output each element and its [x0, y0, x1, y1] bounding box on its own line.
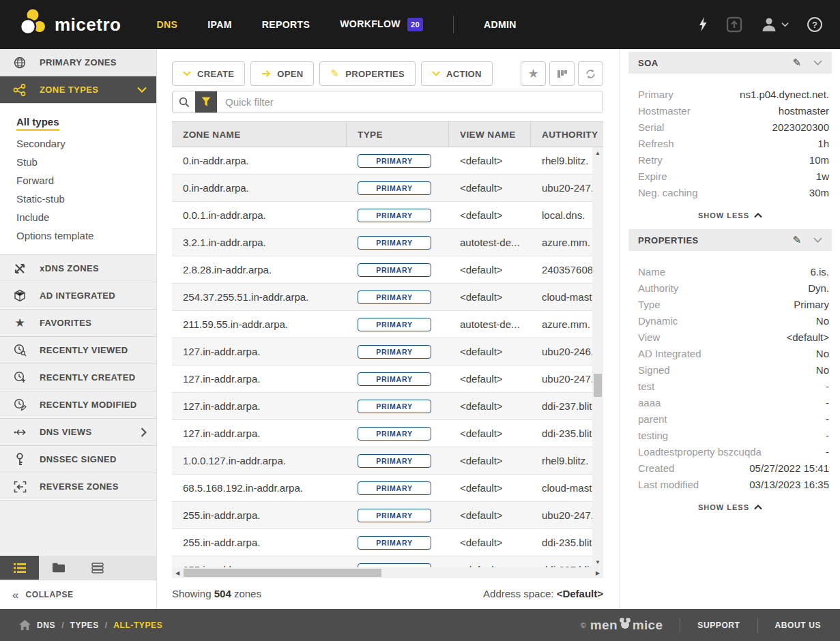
collapse-properties-icon[interactable] [813, 237, 822, 243]
sidebar-item-recently-modified[interactable]: RECENTLY MODIFIED [0, 391, 156, 419]
refresh-button[interactable] [578, 61, 603, 86]
search-icon[interactable] [173, 91, 195, 113]
nav-item-reports[interactable]: REPORTS [262, 19, 310, 30]
zone-type-filter-item[interactable]: Static-stub [0, 190, 156, 208]
view-name-cell: <default> [449, 393, 531, 419]
nav-item-workflow[interactable]: WORKFLOW20 [340, 18, 423, 31]
tab-list-view[interactable] [0, 556, 39, 580]
zone-type-cell: PRIMARY [347, 502, 449, 528]
vertical-scrollbar[interactable]: ▲ ▼ [592, 147, 603, 567]
tab-folder-view[interactable] [39, 556, 78, 580]
table-row[interactable]: 0.in-addr.arpa. PRIMARY <default> rhel9.… [172, 147, 603, 175]
horizontal-scroll-thumb[interactable] [184, 569, 381, 577]
top-navbar: micetro DNS IPAM REPORTS WORKFLOW20 ADMI… [0, 0, 840, 49]
create-button[interactable]: CREATE [172, 61, 245, 86]
sidebar-item-favorites[interactable]: ★ FAVORITES [0, 310, 156, 337]
lightning-icon[interactable] [698, 17, 708, 32]
collapse-soa-icon[interactable] [813, 60, 822, 65]
tab-server-view[interactable] [78, 556, 117, 580]
field-label: Type [638, 299, 661, 310]
table-row[interactable]: 127.in-addr.arpa. PRIMARY <default> ubu2… [172, 366, 603, 393]
sidebar-item-primary-zones[interactable]: PRIMARY ZONES [0, 49, 156, 76]
breadcrumb-dns[interactable]: DNS [37, 621, 55, 630]
zone-type-filter-item[interactable]: Options template [0, 226, 156, 245]
sidebar-view-tabs [0, 556, 156, 580]
user-menu[interactable] [761, 16, 789, 33]
table-row[interactable]: 255.in-addr.arpa. PRIMARY <default> ubu2… [172, 502, 603, 529]
properties-button[interactable]: ✎ PROPERTIES [319, 61, 416, 86]
table-row[interactable]: 0.0.1.in-addr.arpa. PRIMARY <default> lo… [172, 202, 603, 229]
table-row[interactable]: 2.8.28.in-addr.arpa. PRIMARY <default> 2… [172, 256, 603, 284]
breadcrumb-all-types[interactable]: ALL-TYPES [113, 621, 162, 630]
nav-item-dns[interactable]: DNS [156, 19, 177, 30]
sidebar-item-recently-created[interactable]: RECENTLY CREATED [0, 364, 156, 391]
table-row[interactable]: 211.59.55.in-addr.arpa. PRIMARY autotest… [172, 311, 603, 338]
nav-item-ipam[interactable]: IPAM [207, 19, 232, 30]
home-icon[interactable] [19, 620, 31, 630]
backup-icon[interactable] [726, 16, 742, 33]
scroll-right-arrow[interactable]: ▶ [592, 567, 603, 578]
table-row[interactable]: 127.in-addr.arpa. PRIMARY <default> ddi-… [172, 420, 603, 447]
horizontal-scrollbar[interactable]: ◀ ▶ [172, 567, 603, 578]
sidebar-item-recently-viewed[interactable]: RECENTLY VIEWED [0, 337, 156, 364]
sidebar-item-dns-views[interactable]: DNS VIEWS [0, 419, 156, 446]
view-name-cell: <default> [449, 447, 531, 474]
columns-button[interactable] [549, 61, 575, 86]
vertical-scroll-thumb[interactable] [594, 374, 602, 397]
sidebar-item-zone-types[interactable]: ZONE TYPES [0, 76, 156, 104]
table-row[interactable]: 255.in-addr.arpa. PRIMARY <default> ddi-… [172, 529, 603, 556]
table-row[interactable]: 254.37.255.51.in-addr.arpa. PRIMARY <def… [172, 284, 603, 311]
nav-item-admin[interactable]: ADMIN [484, 19, 517, 30]
table-row[interactable]: 127.in-addr.arpa. PRIMARY <default> ubu2… [172, 338, 603, 366]
address-space-value: <Default> [557, 588, 603, 599]
workflow-count-badge: 20 [407, 18, 423, 31]
table-row[interactable]: 3.2.1.in-addr.arpa. PRIMARY autotest-de.… [172, 229, 603, 256]
table-row[interactable]: 0.in-addr.arpa. PRIMARY <default> ubu20-… [172, 175, 603, 202]
zone-type-filter-item[interactable]: Include [0, 208, 156, 226]
table-row[interactable]: 68.5.168.192.in-addr.arpa. PRIMARY <defa… [172, 475, 603, 502]
properties-show-less-button[interactable]: SHOW LESS [628, 503, 832, 511]
column-header-view-name[interactable]: VIEW NAME [449, 122, 531, 147]
zone-type-filter-item[interactable]: Stub [0, 153, 156, 171]
column-header-zone-name[interactable]: ZONE NAME [172, 122, 347, 147]
field-label: aaaa [638, 397, 661, 408]
scroll-down-arrow[interactable]: ▼ [592, 556, 603, 567]
view-name-cell: <default> [449, 502, 531, 528]
table-row[interactable]: 255.in-addr.arpa. PRIMARY <default> ddi-… [172, 556, 603, 567]
quick-filter-input[interactable] [217, 91, 603, 113]
field-label: Authority [638, 282, 678, 294]
soa-show-less-button[interactable]: SHOW LESS [628, 211, 832, 220]
nav-divider [453, 16, 454, 33]
help-icon[interactable]: ? [807, 17, 822, 32]
breadcrumb-types[interactable]: TYPES [70, 621, 98, 630]
open-button[interactable]: OPEN [250, 61, 314, 86]
action-button[interactable]: ACTION [421, 61, 493, 86]
about-us-link[interactable]: ABOUT US [775, 621, 821, 630]
property-field-row: View <default> [638, 329, 829, 345]
column-header-type[interactable]: TYPE [347, 122, 449, 147]
scroll-left-arrow[interactable]: ◀ [172, 567, 183, 578]
sidebar-item-xdns-zones[interactable]: xDNS ZONES [0, 255, 156, 282]
zone-type-filter-item[interactable]: Forward [0, 171, 156, 190]
zone-name-cell: 127.in-addr.arpa. [172, 393, 347, 419]
sidebar-item-ad-integrated[interactable]: AD INTEGRATED [0, 282, 156, 310]
zone-type-filter-item[interactable]: Secondary [0, 134, 156, 153]
table-row[interactable]: 127.in-addr.arpa. PRIMARY <default> ddi-… [172, 393, 603, 420]
edit-properties-icon[interactable]: ✎ [792, 234, 801, 246]
soa-panel-header: SOA ✎ [628, 52, 832, 74]
edit-soa-icon[interactable]: ✎ [792, 57, 801, 69]
support-link[interactable]: SUPPORT [697, 621, 740, 630]
sidebar-item-dnssec-signed[interactable]: DNSSEC SIGNED [0, 446, 156, 473]
sidebar-item-reverse-zones[interactable]: REVERSE ZONES [0, 473, 156, 501]
funnel-icon[interactable] [195, 91, 217, 113]
zone-name-cell: 0.in-addr.arpa. [172, 147, 347, 174]
table-row[interactable]: 1.0.0.127.in-addr.arpa. PRIMARY <default… [172, 447, 603, 475]
favorite-button[interactable]: ★ [521, 61, 546, 86]
chevron-down-icon [183, 71, 191, 76]
zone-type-filter-item[interactable]: All types [0, 113, 156, 134]
collapse-sidebar-button[interactable]: « COLLAPSE [0, 580, 156, 609]
zone-type-cell: PRIMARY [347, 447, 449, 474]
column-header-authority[interactable]: AUTHORITY [531, 122, 603, 147]
brand[interactable]: micetro [18, 8, 121, 42]
scroll-up-arrow[interactable]: ▲ [592, 147, 603, 158]
